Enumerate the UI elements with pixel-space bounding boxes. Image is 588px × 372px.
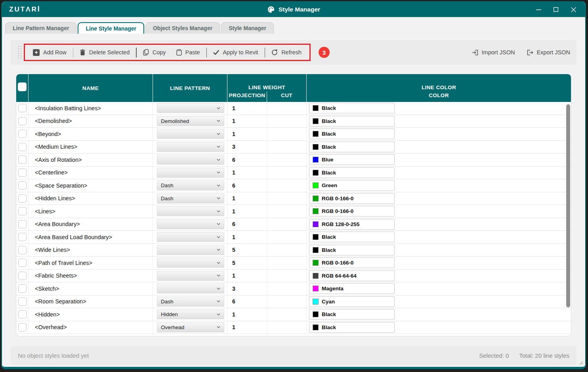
row-checkbox[interactable]: [18, 323, 27, 332]
cut-weight[interactable]: [267, 153, 306, 166]
pattern-select[interactable]: [157, 168, 224, 178]
table-scrollbar[interactable]: [566, 104, 570, 307]
tab-object-styles-manager[interactable]: Object Styles Manager: [145, 22, 220, 34]
projection-weight[interactable]: 5: [227, 244, 267, 257]
row-checkbox[interactable]: [18, 207, 27, 215]
color-picker[interactable]: RGB 128-0-255: [309, 219, 395, 230]
color-picker[interactable]: Black: [309, 232, 395, 242]
row-checkbox[interactable]: [18, 246, 27, 254]
row-name[interactable]: <Wide Lines>: [28, 244, 153, 257]
row-name[interactable]: <Hidden Lines>: [28, 192, 153, 205]
cut-weight[interactable]: [267, 205, 306, 218]
row-checkbox[interactable]: [18, 297, 27, 306]
pattern-select[interactable]: [157, 142, 224, 152]
row-name[interactable]: <Demolished>: [28, 115, 153, 128]
row-checkbox[interactable]: [18, 104, 27, 112]
cut-weight[interactable]: [267, 115, 306, 128]
tab-line-style-manager[interactable]: Line Style Manager: [78, 22, 144, 34]
pattern-select[interactable]: [157, 129, 224, 139]
copy-button[interactable]: Copy: [138, 49, 171, 56]
color-picker[interactable]: Blue: [309, 154, 395, 165]
row-checkbox[interactable]: [18, 284, 27, 293]
pattern-select[interactable]: [157, 284, 224, 293]
resize-grip[interactable]: [578, 359, 583, 366]
pattern-select[interactable]: Dash: [157, 194, 224, 203]
paste-button[interactable]: Paste: [171, 49, 205, 56]
pattern-select[interactable]: Demolished: [157, 116, 224, 126]
color-picker[interactable]: RGB 0-166-0: [309, 193, 395, 204]
row-checkbox[interactable]: [18, 194, 27, 203]
row-checkbox[interactable]: [18, 259, 27, 267]
cut-weight[interactable]: [267, 231, 306, 244]
projection-weight[interactable]: 3: [227, 282, 267, 295]
row-name[interactable]: <Centerline>: [28, 167, 153, 179]
row-name[interactable]: <Overhead>: [28, 321, 153, 334]
pattern-select[interactable]: [157, 219, 224, 229]
projection-weight[interactable]: 6: [227, 218, 267, 231]
projection-weight[interactable]: 6: [227, 153, 267, 166]
row-checkbox[interactable]: [18, 310, 27, 318]
color-picker[interactable]: Black: [309, 128, 395, 139]
cut-weight[interactable]: [267, 128, 306, 140]
color-picker[interactable]: Black: [309, 142, 395, 152]
cut-weight[interactable]: [267, 167, 306, 179]
cut-weight[interactable]: [267, 218, 306, 231]
color-picker[interactable]: RGB 0-166-0: [309, 257, 395, 268]
projection-weight[interactable]: 6: [227, 295, 267, 308]
row-checkbox[interactable]: [18, 181, 27, 190]
projection-weight[interactable]: 5: [227, 257, 267, 269]
pattern-select[interactable]: [157, 206, 224, 216]
pattern-select[interactable]: [157, 271, 224, 281]
tab-style-manager[interactable]: Style Manager: [221, 22, 274, 34]
color-picker[interactable]: Cyan: [309, 296, 395, 307]
pattern-select[interactable]: [157, 245, 224, 255]
projection-weight[interactable]: 1: [227, 102, 267, 115]
pattern-select[interactable]: Overhead: [157, 322, 224, 332]
row-name[interactable]: <Space Separation>: [28, 179, 153, 192]
row-name[interactable]: <Area Based Load Boundary>: [28, 231, 153, 244]
close-button[interactable]: [565, 4, 582, 15]
tab-line-pattern-manager[interactable]: Line Pattern Manager: [5, 22, 76, 34]
row-name[interactable]: <Axis of Rotation>: [28, 153, 153, 166]
projection-weight[interactable]: 1: [227, 115, 267, 128]
drag-handle[interactable]: [17, 44, 22, 60]
cut-weight[interactable]: [267, 282, 306, 295]
projection-weight[interactable]: 1: [227, 270, 267, 282]
row-name[interactable]: <Room Separation>: [28, 295, 153, 308]
pattern-select[interactable]: Dash: [157, 180, 224, 190]
select-all-checkbox[interactable]: [18, 82, 27, 91]
refresh-button[interactable]: Refresh: [266, 49, 307, 56]
projection-weight[interactable]: 3: [227, 141, 267, 153]
projection-weight[interactable]: 1: [227, 128, 267, 140]
row-name[interactable]: <Sketch>: [28, 282, 153, 295]
row-checkbox[interactable]: [18, 220, 27, 228]
color-picker[interactable]: Black: [309, 167, 395, 178]
projection-weight[interactable]: 1: [227, 192, 267, 205]
cut-weight[interactable]: [267, 102, 306, 115]
projection-weight[interactable]: 1: [227, 167, 267, 179]
minimize-button[interactable]: [530, 4, 547, 15]
cut-weight[interactable]: [267, 321, 306, 334]
add-row-button[interactable]: + Add Row: [28, 49, 72, 56]
export-json-button[interactable]: Export JSON: [527, 49, 570, 56]
cut-weight[interactable]: [267, 270, 306, 282]
row-name[interactable]: <Beyond>: [28, 128, 153, 140]
pattern-select[interactable]: Hidden: [157, 309, 224, 319]
projection-weight[interactable]: 1: [227, 231, 267, 244]
color-picker[interactable]: RGB 64-64-64: [309, 270, 395, 281]
pattern-select[interactable]: [157, 232, 224, 242]
color-picker[interactable]: Black: [309, 245, 395, 255]
apply-to-revit-button[interactable]: Apply to Revit: [208, 49, 263, 56]
pattern-select[interactable]: [157, 103, 224, 113]
maximize-button[interactable]: [547, 4, 565, 15]
cut-weight[interactable]: [267, 244, 306, 257]
color-picker[interactable]: Black: [309, 116, 395, 127]
row-checkbox[interactable]: [18, 143, 27, 151]
cut-weight[interactable]: [267, 179, 306, 192]
cut-weight[interactable]: [267, 192, 306, 205]
delete-selected-button[interactable]: Delete Selected: [74, 49, 135, 56]
projection-weight[interactable]: 1: [227, 308, 267, 321]
cut-weight[interactable]: [267, 295, 306, 308]
row-name[interactable]: <Lines>: [28, 205, 153, 218]
row-name[interactable]: <Path of Travel Lines>: [28, 257, 153, 269]
